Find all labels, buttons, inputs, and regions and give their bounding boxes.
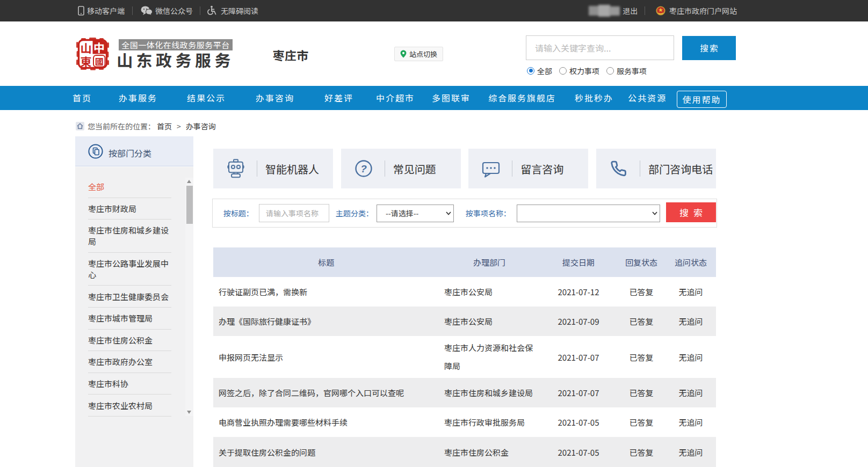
svg-text:東: 東 [81,53,92,69]
svg-text:國: 國 [95,55,104,68]
svg-text:中: 中 [93,39,105,55]
svg-text:?: ? [360,163,367,174]
